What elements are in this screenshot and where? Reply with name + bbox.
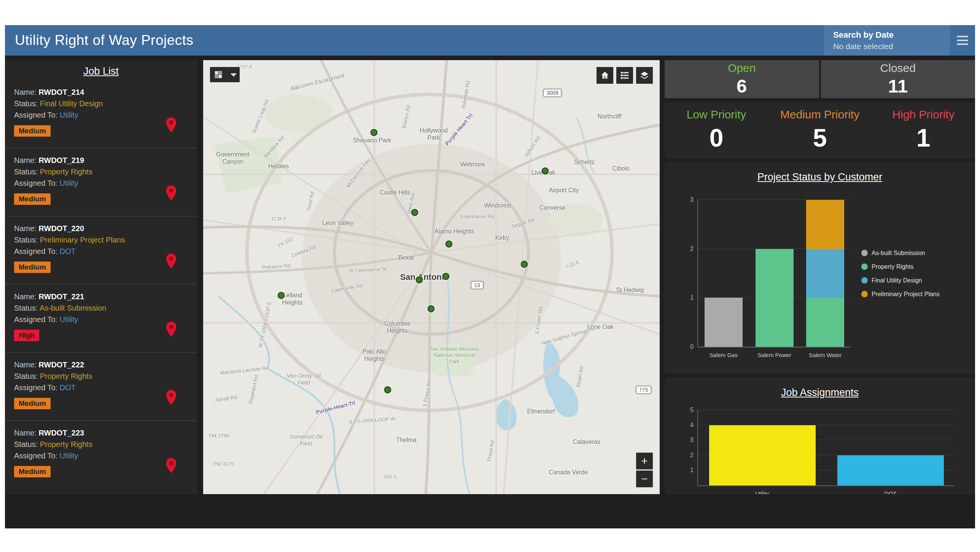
bar[interactable] bbox=[709, 410, 816, 485]
home-icon bbox=[600, 70, 610, 80]
project-marker[interactable] bbox=[442, 273, 450, 280]
zoom-out-button[interactable]: − bbox=[636, 471, 653, 487]
status-field-label: Status: bbox=[14, 99, 38, 108]
open-closed-counters: Open 6 Closed 11 bbox=[665, 60, 975, 98]
closed-value: 11 bbox=[888, 75, 908, 97]
job-list-panel: Job List Name: RWDOT_214 Status: Final U… bbox=[5, 60, 197, 494]
open-value: 6 bbox=[737, 75, 747, 97]
name-field-label: Name: bbox=[14, 224, 37, 233]
status-field-label: Status: bbox=[14, 304, 38, 312]
location-pin-icon[interactable] bbox=[165, 185, 177, 201]
legend-button[interactable] bbox=[616, 67, 633, 84]
y-tick-label: 4 bbox=[690, 422, 694, 429]
x-category-label: DOT bbox=[885, 490, 897, 494]
date-filter-label: Search by Date bbox=[833, 30, 942, 40]
job-name: RWDOT_214 bbox=[38, 88, 84, 96]
name-field-label: Name: bbox=[14, 88, 37, 96]
assigned-field-label: Assigned To: bbox=[14, 179, 57, 187]
chart-plot[interactable]: 0 1 2 3 Salem Gas Salem Power Salem Wate… bbox=[697, 200, 851, 348]
project-marker[interactable] bbox=[370, 129, 377, 136]
high-priority-counter: High Priority 1 bbox=[872, 102, 975, 158]
legend-swatch bbox=[861, 291, 868, 297]
bar-segment[interactable] bbox=[756, 249, 794, 347]
project-marker[interactable] bbox=[427, 305, 434, 313]
legend-icon bbox=[620, 70, 630, 80]
bar-segment[interactable] bbox=[705, 298, 743, 347]
project-marker[interactable] bbox=[384, 386, 391, 394]
job-status: Preliminary Project Plans bbox=[40, 236, 125, 244]
layers-button[interactable] bbox=[636, 67, 653, 84]
job-list-item[interactable]: Name: RWDOT_221 Status: As-built Submiss… bbox=[5, 285, 197, 353]
legend-swatch bbox=[861, 250, 868, 256]
project-status-chart: Project Status by Customer 0 1 2 3 Salem… bbox=[665, 162, 975, 374]
location-pin-icon[interactable] bbox=[165, 458, 177, 474]
hamburger-menu-icon[interactable] bbox=[950, 25, 975, 56]
bar[interactable] bbox=[837, 410, 944, 485]
name-field-label: Name: bbox=[14, 156, 37, 164]
bar[interactable] bbox=[806, 200, 844, 347]
status-field-label: Status: bbox=[14, 168, 38, 176]
legend-label: Final Utility Design bbox=[872, 277, 922, 284]
project-marker[interactable] bbox=[541, 167, 549, 174]
date-filter-value: No date selected bbox=[833, 42, 942, 51]
assigned-field-label: Assigned To: bbox=[14, 315, 57, 324]
bar-segment[interactable] bbox=[709, 425, 816, 485]
legend-label: Preliminary Project Plans bbox=[872, 290, 940, 298]
chart-title: Project Status by Customer bbox=[674, 171, 966, 183]
road-shield: 13 bbox=[471, 281, 484, 289]
project-marker[interactable] bbox=[415, 276, 423, 283]
job-list-item[interactable]: Name: RWDOT_214 Status: Final Utility De… bbox=[5, 80, 197, 148]
stats-panel: Open 6 Closed 11 Low Priority 0 Medium P… bbox=[665, 60, 975, 494]
closed-label: Closed bbox=[880, 62, 916, 75]
date-filter-button[interactable]: Search by Date No date selected bbox=[824, 25, 950, 56]
job-list-item[interactable]: Name: RWDOT_223 Status: Property Rights … bbox=[5, 421, 197, 489]
project-marker[interactable] bbox=[445, 241, 452, 248]
priority-badge: Medium bbox=[14, 125, 51, 137]
bar-segment[interactable] bbox=[806, 298, 844, 347]
job-list-title: Job List bbox=[5, 60, 197, 80]
medium-priority-counter: Medium Priority 5 bbox=[768, 102, 872, 158]
bar-segment[interactable] bbox=[806, 200, 844, 249]
bar-segment[interactable] bbox=[806, 249, 844, 298]
job-status: As-built Submission bbox=[40, 304, 107, 312]
job-assigned-to: DOT bbox=[60, 247, 76, 255]
project-marker[interactable] bbox=[411, 209, 418, 216]
job-list-item[interactable]: Name: RWDOT_219 Status: Property Rights … bbox=[5, 148, 197, 217]
priority-counters: Low Priority 0 Medium Priority 5 High Pr… bbox=[665, 102, 975, 158]
map-tools bbox=[597, 67, 653, 84]
chart-title: Job Assignments bbox=[674, 387, 966, 399]
job-assigned-to: Utility bbox=[60, 315, 78, 324]
priority-badge: Medium bbox=[14, 193, 51, 205]
job-status: Property Rights bbox=[40, 440, 92, 448]
basemap-expand-button[interactable] bbox=[227, 67, 240, 82]
job-list-item[interactable]: Name: RWDOT_220 Status: Preliminary Proj… bbox=[5, 217, 197, 285]
zoom-in-button[interactable]: + bbox=[636, 453, 653, 469]
legend-label: As-built Submission bbox=[872, 249, 925, 257]
bar-segment[interactable] bbox=[837, 455, 944, 485]
location-pin-icon[interactable] bbox=[165, 389, 177, 405]
location-pin-icon[interactable] bbox=[165, 253, 177, 269]
bar[interactable] bbox=[756, 200, 794, 347]
open-counter: Open 6 bbox=[665, 60, 819, 98]
job-name: RWDOT_222 bbox=[38, 361, 84, 369]
basemap-control bbox=[210, 67, 240, 82]
y-tick-label: 1 bbox=[690, 467, 694, 474]
chart-plot[interactable]: 1 2 3 4 5 Utility DOT bbox=[697, 410, 955, 486]
low-priority-counter: Low Priority 0 bbox=[665, 102, 768, 158]
location-pin-icon[interactable] bbox=[165, 321, 177, 337]
job-list-item[interactable]: Name: RWDOT_222 Status: Property Rights … bbox=[5, 353, 197, 421]
map[interactable]: Balcones EscarpmentShavano ParkHollywood… bbox=[203, 60, 660, 494]
job-name: RWDOT_223 bbox=[38, 429, 84, 437]
job-assigned-to: Utility bbox=[60, 111, 78, 119]
bar[interactable] bbox=[705, 200, 743, 347]
y-tick-label: 3 bbox=[690, 437, 694, 444]
home-button[interactable] bbox=[597, 67, 613, 84]
legend-label: Property Rights bbox=[872, 263, 913, 271]
project-marker[interactable] bbox=[520, 260, 528, 268]
project-marker[interactable] bbox=[278, 292, 285, 299]
road-shield: 3009 bbox=[543, 89, 562, 97]
closed-counter: Closed 11 bbox=[821, 60, 975, 98]
x-category-label: Salem Gas bbox=[710, 352, 738, 358]
location-pin-icon[interactable] bbox=[165, 117, 177, 133]
basemap-gallery-button[interactable] bbox=[210, 67, 227, 82]
